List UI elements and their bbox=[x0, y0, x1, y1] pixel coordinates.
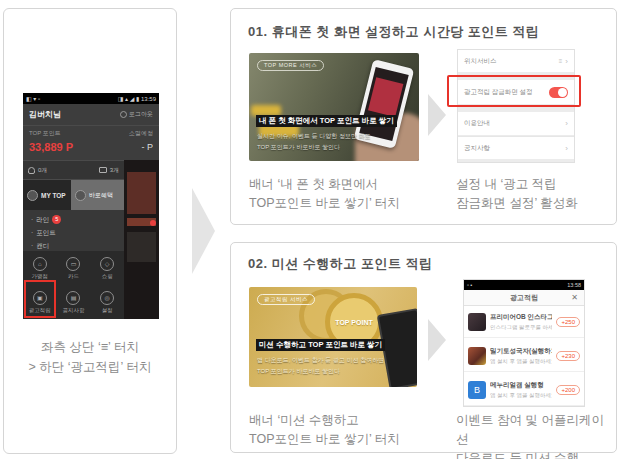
section-01-caption-right: 설정 내 ‘광고 적립 잠금화면 설정’ 활성화 bbox=[456, 175, 578, 213]
banner-subline: TOP 포인트가 바로바로 쌓인다 bbox=[257, 143, 340, 152]
chevron-right-icon: › bbox=[565, 144, 568, 153]
card-icon: ▭ bbox=[66, 257, 80, 271]
section-01-title: 01. 휴대폰 첫 화면 설정하고 시간당 포인트 적립 bbox=[248, 23, 539, 41]
grid-item-notice[interactable]: ▤ 공지사항 bbox=[57, 285, 91, 319]
grid-item-card[interactable]: ▭ 카드 bbox=[57, 251, 91, 285]
arrow-right-large-icon bbox=[192, 188, 215, 274]
points-summary: TOP 포인트 소멸예정 33,889 P - P bbox=[23, 126, 159, 160]
section-02-caption-right: 이벤트 참여 및 어플리케이션 다운로드 등 미션 수행 bbox=[456, 411, 616, 459]
side-menu-list: · 라인 5 · 포인트 · 캔디 bbox=[23, 210, 124, 251]
banner-subline: 앱 다운로드, 이벤트 참가 등 광고 미션 참여하면 bbox=[257, 356, 384, 365]
shopping-icon: ◇ bbox=[100, 257, 114, 271]
settings-row-guide[interactable]: 이용안내 › bbox=[458, 112, 574, 135]
section-02-caption-left: 배너 ‘미션 수행하고 TOP포인트 바로 쌓기’ 터치 bbox=[249, 411, 400, 449]
count-left: 0개 bbox=[38, 166, 47, 175]
coin-text: TOP POINT bbox=[335, 318, 372, 327]
status-time: 13:59 bbox=[141, 96, 156, 102]
counter-strip: 0개 3개 bbox=[23, 160, 124, 180]
guide-canvas: ◧ ▾ ▫ ◨ ▴ ◢ ▮ 13:59 김버치님 로그아웃 TOP 포인트 소멸… bbox=[0, 0, 621, 459]
arrow-right-small-icon bbox=[428, 94, 446, 136]
reward-points: +250 bbox=[556, 317, 580, 327]
reward-points: +230 bbox=[556, 351, 580, 361]
section-01-panel: 01. 휴대폰 첫 화면 설정하고 시간당 포인트 적립 TOP MORE 서비… bbox=[230, 8, 617, 225]
ad-list-item[interactable]: B 메누리얼캠 실행형 앱 설치 후 앱을 실행하세요 +200 bbox=[464, 374, 584, 406]
app-header: 김버치님 로그아웃 bbox=[23, 104, 159, 126]
highlight-frame-toggle bbox=[447, 75, 581, 107]
menu-item[interactable]: · 포인트 bbox=[31, 226, 124, 239]
ad-list-item[interactable]: 밀기토성국자(실행하기) 앱 설치 후 앱을 실행하세요 +230 bbox=[464, 340, 584, 372]
grid-item-settings[interactable]: ◎ 설정 bbox=[90, 285, 124, 319]
benefit-tab-button[interactable]: 바로혜택 bbox=[71, 180, 124, 210]
my-top-icon bbox=[27, 190, 38, 201]
settings-row-location[interactable]: 위치서비스 ≡ › bbox=[458, 50, 574, 72]
menu-item[interactable]: · 라인 5 bbox=[31, 213, 124, 226]
mission-banner-image[interactable]: TOP POINT 광고적립 서비스 미션 수행하고 TOP 포인트 바로 쌓기… bbox=[249, 287, 417, 387]
app-home-screenshot: ◧ ▾ ▫ ◨ ▴ ◢ ▮ 13:59 김버치님 로그아웃 TOP 포인트 소멸… bbox=[23, 93, 159, 319]
logout-icon bbox=[120, 111, 127, 118]
status-time: 13:58 bbox=[567, 282, 581, 288]
ad-thumbnail bbox=[468, 313, 486, 331]
logout-button[interactable]: 로그아웃 bbox=[120, 110, 153, 119]
ad-list-screenshot: ▫ ▪ 13:58 광고적립 ✕ 프리미어OB 인스타그램 .. 인스타그램 팔… bbox=[463, 279, 585, 407]
expire-label: 소멸예정 bbox=[129, 129, 153, 138]
reward-points: +200 bbox=[556, 385, 580, 395]
section-02-panel: 02. 미션 수행하고 포인트 적립 TOP POINT 광고적립 서비스 미션… bbox=[230, 242, 617, 453]
status-right-icons: ◨ ▴ ◢ ▮ bbox=[118, 96, 140, 102]
my-top-button[interactable]: MY TOP bbox=[23, 180, 71, 210]
close-icon[interactable]: ✕ bbox=[571, 293, 578, 302]
settings-icon: ◎ bbox=[100, 291, 114, 305]
person-icon bbox=[28, 167, 35, 174]
banner-subline: 실시간 이슈, 이벤트 등 다양한 정보만 봐도 bbox=[257, 132, 371, 141]
ad-thumbnail bbox=[468, 347, 486, 365]
grid-item-shopping[interactable]: ◇ 쇼핑 bbox=[90, 251, 124, 285]
status-bar: ◧ ▾ ▫ ◨ ▴ ◢ ▮ 13:59 bbox=[23, 93, 159, 104]
section-02-title: 02. 미션 수행하고 포인트 적립 bbox=[248, 255, 433, 273]
banner-subline: TOP 포인트가 바로바로 쌓인다 bbox=[257, 367, 340, 376]
arrow-right-small-icon bbox=[428, 319, 446, 361]
status-left-icons: ▫ ▪ bbox=[467, 282, 472, 288]
chevron-right-icon: › bbox=[565, 119, 568, 128]
ad-thumbnail: B bbox=[468, 381, 486, 399]
section-01-caption-left: 배너 ‘내 폰 첫 화면에서 TOP포인트 바로 쌓기’ 터치 bbox=[249, 175, 400, 213]
merchant-icon: ⌂ bbox=[33, 257, 47, 271]
points-value: 33,889 P bbox=[29, 141, 73, 153]
banner-headline: 미션 수행하고 TOP 포인트 바로 쌓기 bbox=[256, 339, 385, 351]
left-panel-caption: 좌측 상단 ‘≡’ 터치 > 하단 ‘광고적립’ 터치 bbox=[4, 337, 176, 377]
menu-overlay: MY TOP 바로혜택 · 라인 5 · 포인트 · 캔디 ⌂ bbox=[23, 180, 124, 319]
count-right: 3개 bbox=[110, 166, 119, 175]
username: 김버치님 bbox=[29, 109, 61, 120]
ad-list-item[interactable]: 프리미어OB 인스타그램 .. 인스타그램 팔로우를 하세요 +250 bbox=[464, 306, 584, 338]
chevron-right-icon: › bbox=[565, 57, 568, 66]
settings-row-notice[interactable]: 공지사항 › bbox=[458, 136, 574, 159]
banner-headline: 내 폰 첫 화면에서 TOP 포인트 바로 쌓기 bbox=[256, 115, 397, 127]
ad-list-header: 광고적립 ✕ bbox=[464, 290, 584, 306]
points-label: TOP 포인트 bbox=[29, 129, 61, 138]
left-step-panel: ◧ ▾ ▫ ◨ ▴ ◢ ▮ 13:59 김버치님 로그아웃 TOP 포인트 소멸… bbox=[3, 8, 177, 454]
banner-badge: TOP MORE 서비스 bbox=[257, 60, 324, 71]
highlight-frame-ad-reward bbox=[24, 280, 56, 318]
status-left-icons: ◧ ▾ ▫ bbox=[26, 95, 40, 102]
list-icon: ≡ bbox=[559, 58, 563, 64]
notice-icon: ▤ bbox=[66, 291, 80, 305]
expire-value: - P bbox=[141, 142, 153, 153]
coupon-icon bbox=[99, 167, 107, 173]
background-screen-sliver bbox=[124, 160, 159, 319]
banner-badge: 광고적립 서비스 bbox=[257, 294, 315, 305]
lockscreen-banner-image[interactable]: TOP MORE 서비스 내 폰 첫 화면에서 TOP 포인트 바로 쌓기 실시… bbox=[249, 53, 419, 161]
status-bar: ▫ ▪ 13:58 bbox=[464, 280, 584, 290]
benefit-tab-icon bbox=[75, 190, 86, 201]
badge-count: 5 bbox=[52, 215, 61, 224]
